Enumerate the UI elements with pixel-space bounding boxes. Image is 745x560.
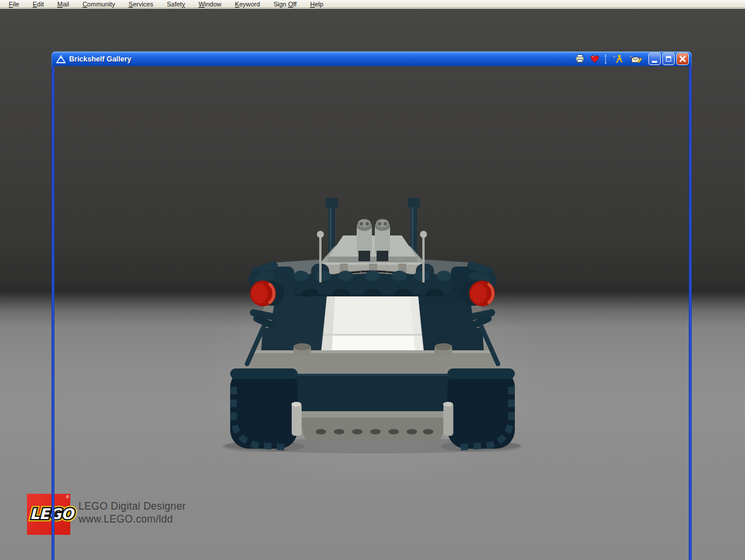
watermark-line2: www.LEGO.com/ldd <box>78 513 186 525</box>
menu-item-community[interactable]: Community <box>77 1 121 8</box>
menu-item-mail[interactable]: Mail <box>52 1 75 8</box>
registered-mark: ® <box>66 495 69 499</box>
window-titlebar[interactable]: Brickshelf Gallery + <box>52 52 692 66</box>
maximize-button[interactable] <box>662 53 675 65</box>
menu-item-edit[interactable]: Edit <box>27 1 50 8</box>
menu-item-file[interactable]: File <box>3 1 25 8</box>
print-icon[interactable] <box>575 54 585 64</box>
svg-text:+: + <box>613 54 616 60</box>
window-border-right[interactable] <box>689 66 692 560</box>
window-border-left[interactable] <box>52 66 54 560</box>
window-title: Brickshelf Gallery <box>69 55 131 63</box>
menu-item-keyword[interactable]: Keyword <box>229 1 266 8</box>
menu-item-safety[interactable]: Safety <box>161 1 191 8</box>
aol-buddy-add-icon[interactable]: + <box>613 54 624 64</box>
menu-item-services[interactable]: Services <box>123 1 159 8</box>
close-button[interactable] <box>676 53 689 65</box>
lego-vehicle-render <box>0 0 745 560</box>
lego-logo: LEGO LEGO LEGO ® <box>27 494 70 535</box>
favorites-heart-icon[interactable] <box>590 54 600 63</box>
titlebar-separator <box>605 54 607 64</box>
render-backdrop-image: LEGO LEGO LEGO ® LEGO Digital Designer w… <box>0 0 745 560</box>
aol-menu-bar: FileEditMailCommunityServicesSafetyWindo… <box>0 0 745 8</box>
screen: LEGO LEGO LEGO ® LEGO Digital Designer w… <box>0 0 745 560</box>
minimize-button[interactable] <box>648 53 661 65</box>
write-mail-icon[interactable]: + <box>629 54 643 64</box>
watermark-line1: LEGO Digital Designer <box>78 500 186 513</box>
aol-window-icon <box>56 55 66 63</box>
menu-item-help[interactable]: Help <box>304 1 329 8</box>
menu-item-sign-off[interactable]: Sign Off <box>268 1 303 8</box>
menu-item-window[interactable]: Window <box>193 1 227 8</box>
ldd-watermark: LEGO LEGO LEGO ® LEGO Digital Designer w… <box>27 494 186 535</box>
